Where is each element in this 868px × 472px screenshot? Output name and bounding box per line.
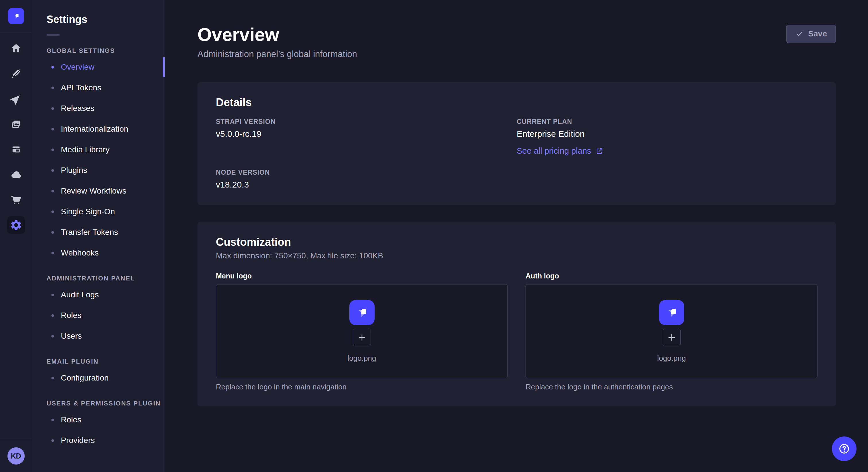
sidebar-item-email-configuration[interactable]: Configuration	[32, 368, 165, 388]
add-auth-logo-button[interactable]	[663, 329, 681, 346]
feather-icon[interactable]	[0, 61, 32, 86]
bullet-icon	[51, 148, 54, 151]
details-title: Details	[216, 96, 817, 109]
menu-logo-upload: Menu logo logo.png	[216, 272, 508, 392]
gear-icon[interactable]	[0, 212, 32, 238]
customization-card: Customization Max dimension: 750×750, Ma…	[197, 222, 836, 406]
check-icon	[795, 30, 804, 38]
sidebar-item-api-tokens[interactable]: API Tokens	[32, 77, 165, 98]
menu-logo-preview	[349, 300, 375, 325]
section-global-settings: GLOBAL SETTINGS Overview API Tokens Rele…	[32, 46, 165, 263]
plus-icon	[357, 333, 367, 342]
menu-logo-label: Menu logo	[216, 272, 508, 280]
auth-logo-dropzone[interactable]: logo.png	[526, 284, 817, 378]
section-label-global-settings: GLOBAL SETTINGS	[32, 46, 165, 55]
strapi-logo[interactable]	[8, 8, 24, 24]
bullet-icon	[51, 87, 54, 89]
menu-logo-hint: Replace the logo in the main navigation	[216, 382, 508, 392]
sidebar-item-up-providers[interactable]: Providers	[32, 430, 165, 451]
nav-rail: KD	[0, 0, 32, 472]
paper-plane-icon[interactable]	[0, 86, 32, 111]
menu-logo-dropzone[interactable]: logo.png	[216, 284, 508, 378]
external-link-icon	[595, 147, 603, 155]
auth-logo-label: Auth logo	[526, 272, 817, 280]
section-email-plugin: EMAIL PLUGIN Configuration	[32, 357, 165, 388]
current-plan-field: CURRENT PLAN Enterprise Edition See all …	[517, 117, 817, 156]
sidebar-item-webhooks[interactable]: Webhooks	[32, 243, 165, 263]
sidebar-item-media-library[interactable]: Media Library	[32, 139, 165, 160]
bullet-icon	[51, 252, 54, 255]
cart-icon[interactable]	[0, 187, 32, 212]
help-button[interactable]	[832, 436, 857, 461]
section-label-administration-panel: ADMINISTRATION PANEL	[32, 274, 165, 283]
question-mark-icon	[838, 442, 850, 455]
sidebar-item-admin-users[interactable]: Users	[32, 326, 165, 346]
sidebar-item-review-workflows[interactable]: Review Workflows	[32, 181, 165, 201]
bullet-icon	[51, 210, 54, 213]
sidebar-item-audit-logs[interactable]: Audit Logs	[32, 284, 165, 305]
bullet-icon	[51, 335, 54, 338]
section-label-users-permissions-plugin: USERS & PERMISSIONS PLUGIN	[32, 399, 165, 408]
sidebar-item-up-roles[interactable]: Roles	[32, 409, 165, 430]
customization-title: Customization	[216, 235, 817, 248]
bullet-icon	[51, 190, 54, 193]
bullet-icon	[51, 169, 54, 172]
bullet-icon	[51, 231, 54, 234]
auth-logo-filename: logo.png	[657, 354, 686, 363]
bullet-icon	[51, 66, 54, 69]
sidebar-item-admin-roles[interactable]: Roles	[32, 305, 165, 326]
cloud-icon[interactable]	[0, 162, 32, 187]
bullet-icon	[51, 314, 54, 317]
page-subtitle: Administration panel’s global informatio…	[197, 49, 357, 60]
user-avatar[interactable]: KD	[7, 447, 25, 465]
strapi-glyph	[663, 305, 680, 321]
sidebar-title-divider	[46, 34, 60, 36]
bullet-icon	[51, 294, 54, 296]
page-title: Overview	[197, 25, 357, 45]
home-icon[interactable]	[0, 36, 32, 61]
sidebar-item-internationalization[interactable]: Internationalization	[32, 119, 165, 139]
section-administration-panel: ADMINISTRATION PANEL Audit Logs Roles Us…	[32, 274, 165, 346]
sidebar-item-plugins[interactable]: Plugins	[32, 160, 165, 181]
settings-sidebar: Settings GLOBAL SETTINGS Overview API To…	[32, 0, 165, 472]
auth-logo-hint: Replace the logo in the authentication p…	[526, 382, 817, 392]
menu-logo-filename: logo.png	[348, 354, 376, 363]
strapi-version-field: STRAPI VERSION v5.0.0-rc.19	[216, 117, 517, 156]
bullet-icon	[51, 107, 54, 110]
bullet-icon	[51, 419, 54, 421]
images-icon[interactable]	[0, 111, 32, 137]
sidebar-item-transfer-tokens[interactable]: Transfer Tokens	[32, 222, 165, 243]
bullet-icon	[51, 128, 54, 131]
sidebar-title: Settings	[32, 13, 165, 26]
node-version-field: NODE VERSION v18.20.3	[216, 168, 517, 190]
save-button[interactable]: Save	[786, 25, 836, 43]
details-card: Details STRAPI VERSION v5.0.0-rc.19 CURR…	[197, 82, 836, 205]
layout-icon[interactable]	[0, 137, 32, 162]
section-label-email-plugin: EMAIL PLUGIN	[32, 357, 165, 366]
pricing-plans-link[interactable]: See all pricing plans	[517, 146, 603, 156]
strapi-glyph	[354, 305, 370, 321]
auth-logo-preview	[659, 300, 684, 325]
add-menu-logo-button[interactable]	[353, 329, 371, 346]
plus-icon	[667, 333, 677, 342]
sidebar-item-single-sign-on[interactable]: Single Sign-On	[32, 201, 165, 222]
auth-logo-upload: Auth logo logo.png	[526, 272, 817, 392]
bullet-icon	[51, 439, 54, 442]
sidebar-item-overview[interactable]: Overview	[32, 57, 165, 77]
bullet-icon	[51, 377, 54, 379]
sidebar-item-releases[interactable]: Releases	[32, 98, 165, 119]
customization-subtitle: Max dimension: 750×750, Max file size: 1…	[216, 251, 817, 261]
section-users-permissions-plugin: USERS & PERMISSIONS PLUGIN Roles Provide…	[32, 399, 165, 451]
main-content: Overview Administration panel’s global i…	[165, 0, 868, 472]
strapi-glyph	[11, 11, 21, 21]
gear-active-tile	[7, 216, 25, 234]
